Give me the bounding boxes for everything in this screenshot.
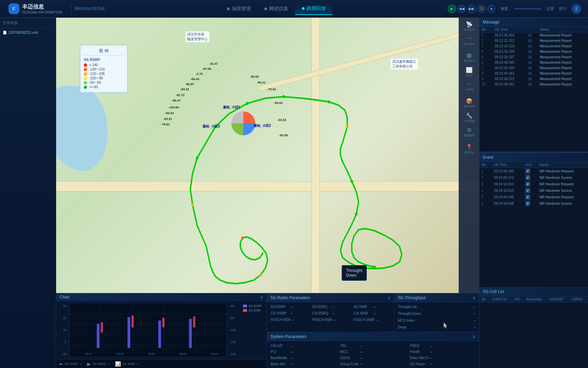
table-row[interactable]: 1 09:23:05.465 ⚡ NR Handover Request — [479, 168, 588, 174]
y-label-r5: -140 — [230, 352, 239, 356]
speed-slider[interactable] — [514, 8, 541, 10]
toolbar-city-locate[interactable]: 📍 城市定位 — [461, 142, 477, 156]
svg-point-1 — [282, 95, 285, 98]
legend-label-3: -115~-105 — [89, 72, 105, 76]
msg-ue: UL — [526, 76, 538, 82]
brand-logo: F — [9, 3, 19, 14]
meas-label-16: -93.04 — [274, 101, 283, 105]
ctrl-ss-rsrq[interactable]: ▶ SS RSRQ -- — [87, 361, 110, 367]
toolbar-layer-display[interactable]: ▦ 图层显示 — [461, 50, 477, 64]
svg-rect-27 — [162, 318, 164, 327]
svg-text:23:23: 23:23 — [148, 353, 155, 356]
table-row[interactable]: 5 09:22:38.337 UL Measurement Report — [479, 55, 588, 60]
table-row[interactable]: 3 09:22:34.320 UL Measurement Report — [479, 44, 588, 49]
svg-rect-28 — [193, 317, 195, 327]
param-value-ss-sinr: -- — [373, 305, 376, 309]
cursor-pointer — [444, 322, 448, 329]
message-table-container[interactable]: No. UE Time Name 1 09:22:30.303 UL Measu… — [479, 27, 588, 152]
table-row[interactable]: 10 09:22:48.381 UL Measurement Report — [479, 82, 588, 87]
ctrl-ss-sinr[interactable]: 📊 SS SINR -- — [115, 361, 138, 367]
legend-item-4: -105~-95 — [84, 76, 124, 80]
message-table-body: 1 09:22:30.303 UL Measurement Report 2 0… — [479, 33, 588, 87]
evt-name: NR Handover Sucess — [537, 174, 588, 181]
ctrl-ss-rsrp[interactable]: ⬅ SS RSRP -- — [59, 361, 82, 367]
toolbar-layer-manage[interactable]: 📦 图层管理 — [461, 96, 477, 110]
chart-panel-header: Chart ∨ — [56, 293, 267, 301]
event-icon: ⚡ — [525, 169, 530, 173]
record-button[interactable]: ● — [487, 5, 495, 13]
chart-bottom-controls: ⬅ SS RSRP -- ▶ SS RSRQ -- 📊 SS SINR -- — [56, 359, 267, 368]
tab-scene[interactable]: 场景管理 — [220, 3, 258, 15]
tp-item-mcs: MCS Index -- — [396, 318, 477, 323]
toolbar-reset-config[interactable]: ⚙ 重置配置 — [461, 125, 477, 139]
table-row[interactable]: 4 09:24:16.019 ⚡ NR Handover Sucess — [479, 187, 588, 194]
stop-button[interactable]: ⬛ — [477, 5, 486, 13]
table-row[interactable]: 6 09:24:54.508 ⚡ NR Handover Sucess — [479, 200, 588, 207]
param-value-csi-rsrq: -- — [332, 311, 334, 315]
param-label-csi-sinr: CSI SINR — [353, 311, 372, 315]
position-label: 位置 — [546, 6, 554, 11]
table-row[interactable]: 2 09:23:05.474 ⚡ NR Handover Sucess — [479, 174, 588, 181]
brand-name-en: FENGMAI INFORMATION — [22, 11, 62, 14]
sp-value-ue-power: -- — [430, 362, 432, 366]
user-avatar[interactable]: 👤 — [572, 4, 581, 14]
toolbar-base-station[interactable]: 📡 基站层中 — [461, 19, 477, 33]
table-row[interactable]: 2 09:22:32.312 UL Measurement Report — [479, 38, 588, 44]
svg-text:23:28: 23:28 — [179, 353, 186, 356]
msg-name: Measurement Report — [538, 38, 588, 44]
tab-netopt[interactable]: 网优仿真 — [258, 3, 295, 15]
meas-label-3: -2.79 — [196, 72, 203, 76]
fast-forward-button[interactable]: ▶▶ — [468, 5, 476, 13]
system-params-collapse[interactable]: ∨ — [472, 334, 476, 339]
tp-label-down: Throught Down — [398, 312, 421, 316]
table-row[interactable]: 7 09:22:42.355 UL Measurement Report — [479, 65, 588, 71]
table-row[interactable]: 8 09:22:44.363 UL Measurement Report — [479, 71, 588, 76]
file-icon: 📄 — [3, 31, 7, 34]
cl-col-earfcn: EARFCN — [491, 296, 512, 303]
event-table-container[interactable]: No. UE Time Icon Name 1 09:23:05.465 ⚡ N… — [479, 162, 588, 287]
toolbar-linkage[interactable]: ⬜ 联动 — [461, 65, 477, 79]
msg-time: 09:22:36.329 — [492, 49, 526, 55]
throughput-collapse[interactable]: ∨ — [472, 295, 476, 301]
msg-name: Measurement Report — [538, 71, 588, 76]
message-title: Message — [483, 20, 585, 25]
msg-no: 6 — [479, 60, 492, 65]
toolbar-law-layer[interactable]: 〰 执法层中 — [461, 34, 477, 48]
table-row[interactable]: 5 09:24:54.498 ⚡ NR Handover Request — [479, 194, 588, 200]
table-row[interactable]: 6 09:22:40.345 UL Measurement Report — [479, 60, 588, 65]
y-label-5: -30 — [59, 352, 66, 356]
chart-collapse-button[interactable]: ∨ — [260, 294, 263, 300]
tab-replay[interactable]: 路测回放 — [295, 3, 332, 15]
toolbar-cell-config[interactable]: 🔧 小区配置 — [461, 111, 477, 125]
svg-point-0 — [246, 102, 248, 105]
svg-point-4 — [350, 180, 353, 183]
map-container[interactable]: -31.47 -87.09 -2.79 -84.04 -82.87 -83.32… — [56, 18, 479, 293]
table-row[interactable]: 1 09:22:30.303 UL Measurement Report — [479, 33, 588, 38]
file-menu-button[interactable]: ⋮ — [50, 31, 53, 34]
file-item[interactable]: 📄 220706092231.uod ⋮ — [0, 29, 56, 37]
legend-color-rsrp — [243, 305, 247, 307]
msg-time: 09:22:40.345 — [492, 60, 526, 65]
radio-params-collapse[interactable]: ∨ — [387, 295, 391, 301]
table-row[interactable]: 4 09:22:36.329 UL Measurement Report — [479, 49, 588, 55]
evt-icon-cell: ⚡ — [523, 194, 537, 200]
right-main-panels: 5G-Radio Parameters ∨ SS RSRP -- SS RSRQ — [267, 293, 479, 368]
message-header: Message — [479, 18, 588, 27]
toolbar-cell-line[interactable]: ↔ 小区线 — [461, 79, 477, 93]
table-row[interactable]: 3 09:24:10.010 ⚡ NR Handover Request — [479, 181, 588, 187]
svg-point-10 — [241, 236, 244, 240]
msg-col-no: No. — [479, 27, 492, 33]
y-label-r1: -85 — [230, 304, 239, 308]
play-button[interactable]: ▶ — [448, 5, 456, 13]
evt-no: 2 — [479, 174, 492, 181]
msg-name: Measurement Report — [538, 82, 588, 87]
cell-list-container[interactable]: No. EARFCN PCI Beamindx SSRSRP SSRSF — [479, 296, 588, 368]
legend-dot-6 — [84, 86, 87, 89]
rewind-button[interactable]: ◀◀ — [458, 5, 466, 13]
brand-name: 丰迈信息 — [22, 3, 62, 11]
meas-label-18: -83.59 — [279, 134, 288, 137]
table-row[interactable]: 9 09:22:46.372 UL Measurement Report — [479, 76, 588, 82]
stat-label: 统计 — [559, 6, 567, 11]
tab-dot — [264, 7, 267, 10]
params-grid: SS RSRP -- SS RSRQ -- SS SINR -- — [269, 304, 392, 323]
